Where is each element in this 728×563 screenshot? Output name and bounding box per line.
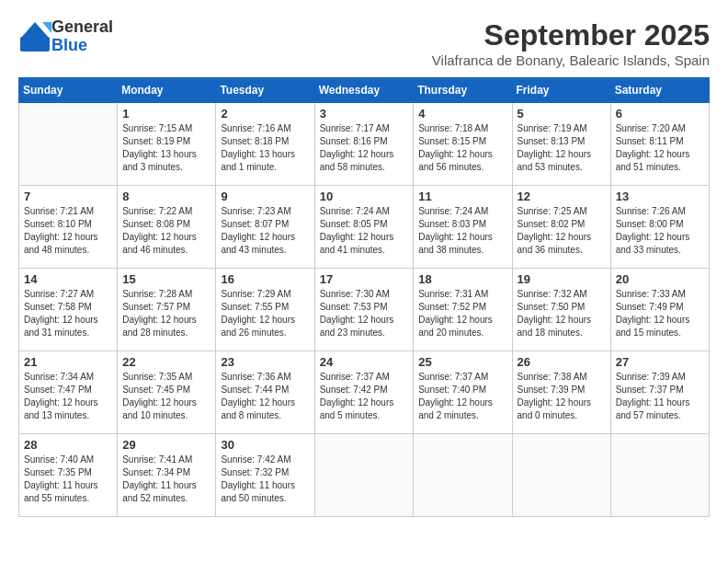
calendar-header-sunday: Sunday xyxy=(19,78,118,103)
logo-blue: Blue xyxy=(51,37,113,55)
calendar-cell: 30Sunrise: 7:42 AMSunset: 7:32 PMDayligh… xyxy=(216,434,314,517)
calendar-week-1: 7Sunrise: 7:21 AMSunset: 8:10 PMDaylight… xyxy=(19,186,710,269)
calendar-cell: 13Sunrise: 7:26 AMSunset: 8:00 PMDayligh… xyxy=(610,186,709,269)
day-number: 26 xyxy=(518,355,606,369)
day-info: Sunrise: 7:41 AMSunset: 7:34 PMDaylight:… xyxy=(122,454,210,505)
day-number: 16 xyxy=(221,272,309,286)
day-info: Sunrise: 7:24 AMSunset: 8:03 PMDaylight:… xyxy=(418,205,506,257)
calendar-cell: 15Sunrise: 7:28 AMSunset: 7:57 PMDayligh… xyxy=(118,269,216,351)
calendar-cell: 3Sunrise: 7:17 AMSunset: 8:16 PMDaylight… xyxy=(314,103,414,186)
month-title: September 2025 xyxy=(432,18,710,52)
day-info: Sunrise: 7:27 AMSunset: 7:58 PMDaylight:… xyxy=(24,288,112,339)
day-info: Sunrise: 7:18 AMSunset: 8:15 PMDaylight:… xyxy=(418,122,506,174)
calendar-cell: 19Sunrise: 7:32 AMSunset: 7:50 PMDayligh… xyxy=(512,269,610,351)
calendar-cell: 1Sunrise: 7:15 AMSunset: 8:19 PMDaylight… xyxy=(118,103,216,186)
calendar-cell: 18Sunrise: 7:31 AMSunset: 7:52 PMDayligh… xyxy=(414,269,512,351)
day-info: Sunrise: 7:25 AMSunset: 8:02 PMDaylight:… xyxy=(518,205,606,257)
calendar-cell: 17Sunrise: 7:30 AMSunset: 7:53 PMDayligh… xyxy=(314,269,414,351)
day-number: 20 xyxy=(616,272,704,286)
day-info: Sunrise: 7:34 AMSunset: 7:47 PMDaylight:… xyxy=(24,371,112,422)
day-number: 14 xyxy=(24,272,112,286)
day-info: Sunrise: 7:32 AMSunset: 7:50 PMDaylight:… xyxy=(518,288,606,339)
calendar-cell: 29Sunrise: 7:41 AMSunset: 7:34 PMDayligh… xyxy=(118,434,216,517)
calendar-week-0: 1Sunrise: 7:15 AMSunset: 8:19 PMDaylight… xyxy=(19,103,710,186)
calendar-header-monday: Monday xyxy=(118,78,216,103)
logo-general: General xyxy=(51,18,113,37)
calendar-header-friday: Friday xyxy=(512,78,610,103)
calendar-week-4: 28Sunrise: 7:40 AMSunset: 7:35 PMDayligh… xyxy=(19,434,710,517)
day-info: Sunrise: 7:36 AMSunset: 7:44 PMDaylight:… xyxy=(221,371,309,422)
calendar-cell: 21Sunrise: 7:34 AMSunset: 7:47 PMDayligh… xyxy=(19,351,118,434)
calendar-cell: 8Sunrise: 7:22 AMSunset: 8:08 PMDaylight… xyxy=(118,186,216,269)
day-info: Sunrise: 7:28 AMSunset: 7:57 PMDaylight:… xyxy=(122,288,210,339)
calendar-cell: 20Sunrise: 7:33 AMSunset: 7:49 PMDayligh… xyxy=(610,269,709,351)
calendar-cell: 11Sunrise: 7:24 AMSunset: 8:03 PMDayligh… xyxy=(414,186,512,269)
day-info: Sunrise: 7:21 AMSunset: 8:10 PMDaylight:… xyxy=(24,205,112,257)
day-info: Sunrise: 7:31 AMSunset: 7:52 PMDaylight:… xyxy=(418,288,506,339)
calendar-cell: 24Sunrise: 7:37 AMSunset: 7:42 PMDayligh… xyxy=(314,351,414,434)
day-info: Sunrise: 7:42 AMSunset: 7:32 PMDaylight:… xyxy=(221,454,309,505)
calendar-header-row: SundayMondayTuesdayWednesdayThursdayFrid… xyxy=(19,78,710,103)
location: Vilafranca de Bonany, Balearic Islands, … xyxy=(432,52,710,68)
day-info: Sunrise: 7:15 AMSunset: 8:19 PMDaylight:… xyxy=(122,122,210,174)
calendar-cell: 23Sunrise: 7:36 AMSunset: 7:44 PMDayligh… xyxy=(216,351,314,434)
calendar-cell: 6Sunrise: 7:20 AMSunset: 8:11 PMDaylight… xyxy=(610,103,709,186)
calendar-header-saturday: Saturday xyxy=(610,78,709,103)
day-number: 25 xyxy=(418,355,506,369)
day-number: 10 xyxy=(320,190,409,203)
day-number: 23 xyxy=(221,355,309,369)
day-number: 19 xyxy=(518,272,606,286)
day-number: 5 xyxy=(518,107,606,121)
day-number: 11 xyxy=(418,190,506,203)
calendar-cell: 14Sunrise: 7:27 AMSunset: 7:58 PMDayligh… xyxy=(19,269,118,351)
day-number: 17 xyxy=(320,272,409,286)
calendar-body: 1Sunrise: 7:15 AMSunset: 8:19 PMDaylight… xyxy=(19,103,710,517)
day-number: 2 xyxy=(221,107,309,121)
calendar-cell xyxy=(610,434,709,517)
day-info: Sunrise: 7:26 AMSunset: 8:00 PMDaylight:… xyxy=(616,205,704,257)
calendar-cell: 2Sunrise: 7:16 AMSunset: 8:18 PMDaylight… xyxy=(216,103,314,186)
day-number: 24 xyxy=(320,355,409,369)
day-info: Sunrise: 7:39 AMSunset: 7:37 PMDaylight:… xyxy=(616,371,704,422)
calendar-cell: 16Sunrise: 7:29 AMSunset: 7:55 PMDayligh… xyxy=(216,269,314,351)
day-info: Sunrise: 7:17 AMSunset: 8:16 PMDaylight:… xyxy=(320,122,409,174)
day-number: 3 xyxy=(320,107,409,121)
day-info: Sunrise: 7:37 AMSunset: 7:40 PMDaylight:… xyxy=(418,371,506,422)
calendar-header-tuesday: Tuesday xyxy=(216,78,314,103)
day-number: 22 xyxy=(122,355,210,369)
calendar-cell: 12Sunrise: 7:25 AMSunset: 8:02 PMDayligh… xyxy=(512,186,610,269)
calendar-cell: 25Sunrise: 7:37 AMSunset: 7:40 PMDayligh… xyxy=(414,351,512,434)
calendar-cell: 22Sunrise: 7:35 AMSunset: 7:45 PMDayligh… xyxy=(118,351,216,434)
day-number: 18 xyxy=(418,272,506,286)
day-info: Sunrise: 7:33 AMSunset: 7:49 PMDaylight:… xyxy=(616,288,704,339)
day-number: 1 xyxy=(122,107,210,121)
calendar-cell xyxy=(414,434,512,517)
logo: General Blue xyxy=(18,18,113,55)
day-info: Sunrise: 7:22 AMSunset: 8:08 PMDaylight:… xyxy=(122,205,210,257)
calendar-header-wednesday: Wednesday xyxy=(314,78,414,103)
calendar-cell: 7Sunrise: 7:21 AMSunset: 8:10 PMDaylight… xyxy=(19,186,118,269)
day-info: Sunrise: 7:16 AMSunset: 8:18 PMDaylight:… xyxy=(221,122,309,174)
day-info: Sunrise: 7:24 AMSunset: 8:05 PMDaylight:… xyxy=(320,205,409,257)
page-header: General Blue September 2025 Vilafranca d… xyxy=(18,18,710,68)
day-number: 7 xyxy=(24,190,112,203)
day-number: 29 xyxy=(122,438,210,452)
title-block: September 2025 Vilafranca de Bonany, Bal… xyxy=(432,18,710,68)
day-info: Sunrise: 7:20 AMSunset: 8:11 PMDaylight:… xyxy=(616,122,704,174)
day-info: Sunrise: 7:30 AMSunset: 7:53 PMDaylight:… xyxy=(320,288,409,339)
day-number: 28 xyxy=(24,438,112,452)
day-number: 27 xyxy=(616,355,704,369)
day-info: Sunrise: 7:35 AMSunset: 7:45 PMDaylight:… xyxy=(122,371,210,422)
day-number: 4 xyxy=(418,107,506,121)
calendar-cell xyxy=(512,434,610,517)
day-number: 13 xyxy=(616,190,704,203)
calendar-week-2: 14Sunrise: 7:27 AMSunset: 7:58 PMDayligh… xyxy=(19,269,710,351)
day-number: 12 xyxy=(518,190,606,203)
calendar-cell: 4Sunrise: 7:18 AMSunset: 8:15 PMDaylight… xyxy=(414,103,512,186)
calendar-cell: 27Sunrise: 7:39 AMSunset: 7:37 PMDayligh… xyxy=(610,351,709,434)
day-info: Sunrise: 7:38 AMSunset: 7:39 PMDaylight:… xyxy=(518,371,606,422)
day-info: Sunrise: 7:19 AMSunset: 8:13 PMDaylight:… xyxy=(518,122,606,174)
calendar-cell xyxy=(314,434,414,517)
day-number: 8 xyxy=(122,190,210,203)
calendar-cell: 28Sunrise: 7:40 AMSunset: 7:35 PMDayligh… xyxy=(19,434,118,517)
